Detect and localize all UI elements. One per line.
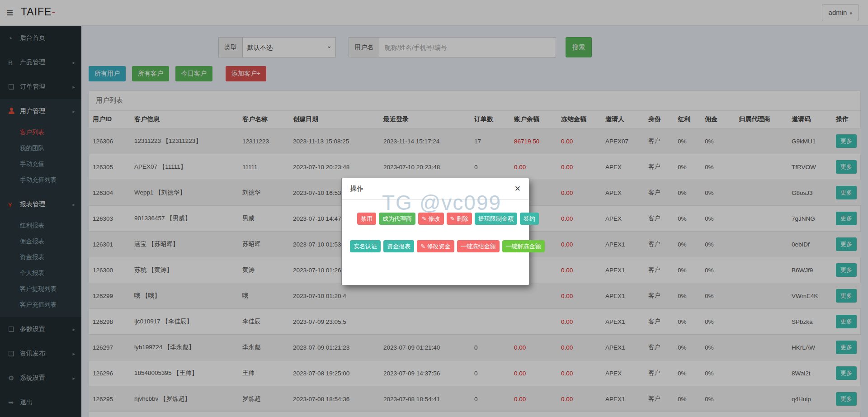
modal-body: 禁用成为代理商✎ 修改✎ 删除提现限制金额签约 实名认证资金报表✎ 修改资金一键… (342, 200, 529, 252)
admin-app: ≡ TAIFE- admin▾ ◔后台首页Ƀ产品管理▸❏订单管理▸用户管理▸客户… (0, 0, 868, 417)
modal-button-一键冻结金额[interactable]: 一键冻结金额 (457, 240, 500, 252)
modal-button-删除[interactable]: ✎ 删除 (447, 213, 472, 225)
modal-button-实名认证[interactable]: 实名认证 (350, 240, 381, 252)
modal-button-row-2: 实名认证资金报表✎ 修改资金一键冻结金额一键解冻金额 (350, 240, 523, 252)
modal-button-一键解冻金额[interactable]: 一键解冻金额 (502, 240, 545, 252)
modal-button-成为代理商[interactable]: 成为代理商 (379, 213, 415, 225)
modal-button-row-1: 禁用成为代理商✎ 修改✎ 删除提现限制金额签约 (357, 213, 523, 225)
modal-button-资金报表[interactable]: 资金报表 (383, 240, 414, 252)
modal-title: 操作 (350, 185, 363, 193)
modal-button-提现限制金额[interactable]: 提现限制金额 (475, 213, 517, 225)
modal-button-签约[interactable]: 签约 (520, 213, 539, 225)
close-icon[interactable]: ✕ (514, 184, 521, 194)
operations-modal: 操作 ✕ 禁用成为代理商✎ 修改✎ 删除提现限制金额签约 实名认证资金报表✎ 修… (342, 178, 529, 285)
modal-button-修改[interactable]: ✎ 修改 (418, 213, 444, 225)
pencil-icon: ✎ (420, 243, 427, 250)
modal-header: 操作 ✕ (342, 178, 529, 200)
modal-button-禁用[interactable]: 禁用 (357, 213, 376, 225)
modal-button-修改资金[interactable]: ✎ 修改资金 (417, 240, 454, 252)
pencil-icon: ✎ (450, 215, 457, 222)
pencil-icon: ✎ (422, 215, 429, 222)
